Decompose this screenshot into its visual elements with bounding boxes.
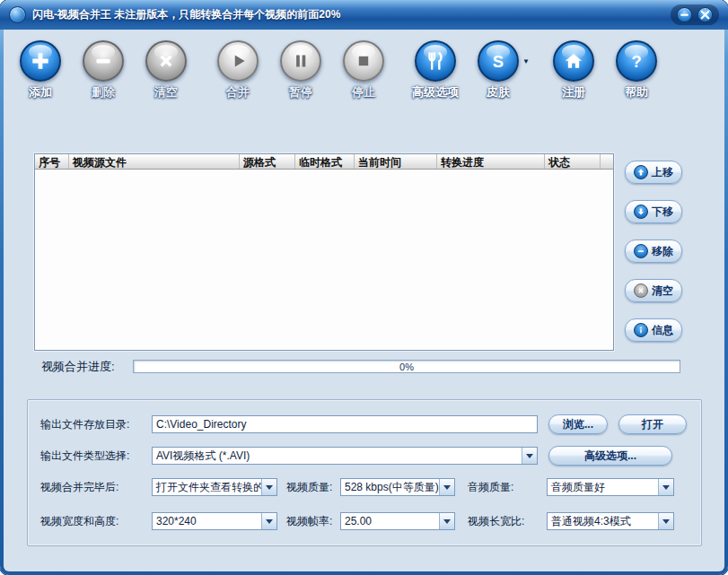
delete-icon — [83, 40, 124, 82]
app-icon — [9, 6, 26, 23]
merge-label: 合并 — [226, 84, 250, 100]
framerate-value: 25.00 — [341, 513, 439, 529]
info-button[interactable]: 信息 — [625, 318, 682, 342]
register-button[interactable]: 注册 — [548, 40, 600, 100]
window-title: 闪电-视频合并王 未注册版本，只能转换合并每个视频的前面20% — [32, 7, 340, 22]
add-icon — [20, 40, 61, 82]
x-icon — [634, 283, 648, 298]
clear-list-button[interactable]: 清空 — [625, 279, 682, 302]
help-button[interactable]: ? 帮助 — [610, 40, 662, 100]
col-header-index[interactable]: 序号 — [35, 154, 69, 169]
info-icon — [634, 323, 648, 337]
after-merge-dropdown[interactable]: 打开文件夹查看转换的 — [152, 478, 277, 496]
dimensions-dropdown-button[interactable] — [261, 513, 276, 529]
browse-label: 浏览... — [563, 417, 593, 432]
skin-dropdown-arrow-icon[interactable]: ▼ — [522, 57, 530, 65]
audio-quality-label: 音频质量: — [468, 477, 513, 497]
pause-label: 暂停 — [289, 84, 312, 100]
aspect-ratio-dropdown-button[interactable] — [658, 513, 673, 529]
output-type-dropdown-button[interactable] — [522, 448, 537, 464]
titlebar[interactable]: 闪电-视频合并王 未注册版本，只能转换合并每个视频的前面20% — [0, 0, 728, 30]
merge-progress-label: 视频合并进度: — [41, 359, 115, 375]
app-window: 闪电-视频合并王 未注册版本，只能转换合并每个视频的前面20% 添加 — [0, 0, 728, 575]
client-area: 添加 删除 清空 合并 — [4, 30, 724, 571]
merge-button[interactable]: 合并 — [212, 40, 264, 100]
audio-quality-dropdown[interactable]: 音频质量好 — [547, 478, 674, 496]
pause-button[interactable]: 暂停 — [275, 40, 327, 100]
framerate-dropdown[interactable]: 25.00 — [340, 512, 455, 530]
remove-label: 移除 — [652, 244, 673, 259]
video-quality-label: 视频质量: — [286, 477, 332, 497]
chevron-down-icon — [662, 519, 670, 524]
skin-button[interactable]: S ▼ 皮肤 — [472, 40, 524, 100]
video-quality-dropdown[interactable]: 528 kbps(中等质量) — [340, 478, 455, 496]
skin-icon: S — [478, 40, 519, 82]
merge-progress-value: 0% — [399, 362, 414, 372]
aspect-ratio-dropdown[interactable]: 普通视频4:3模式 — [547, 512, 674, 530]
svg-text:S: S — [493, 52, 504, 71]
close-button[interactable] — [697, 7, 713, 22]
output-type-dropdown[interactable]: AVI视频格式 (*.AVI) — [152, 447, 538, 465]
question-icon: ? — [616, 40, 657, 82]
col-header-status[interactable]: 状态 — [545, 154, 601, 169]
merge-progress-bar: 0% — [133, 360, 680, 373]
clear-icon — [145, 40, 187, 82]
col-header-source[interactable]: 视频源文件 — [69, 154, 240, 169]
dimensions-dropdown[interactable]: 320*240 — [152, 512, 277, 530]
col-header-format[interactable]: 源格式 — [240, 154, 295, 169]
delete-button[interactable]: 删除 — [77, 40, 129, 100]
move-down-label: 下移 — [652, 205, 673, 220]
advanced-settings-button[interactable]: 高级选项... — [548, 446, 672, 466]
move-up-label: 上移 — [652, 165, 673, 180]
after-merge-value: 打开文件夹查看转换的 — [153, 479, 261, 495]
video-quality-dropdown-button[interactable] — [439, 479, 454, 495]
after-merge-dropdown-button[interactable] — [261, 479, 276, 495]
stop-button[interactable]: 停止 — [338, 40, 390, 100]
info-label: 信息 — [652, 323, 673, 338]
advanced-options-button[interactable]: 高级选项 — [409, 40, 461, 100]
side-button-column: 上移 下移 移除 清空 — [625, 161, 682, 342]
col-header-temp[interactable]: 临时格式 — [295, 154, 355, 169]
audio-quality-value: 音频质量好 — [548, 479, 658, 495]
framerate-label: 视频帧率: — [286, 511, 332, 531]
col-header-filler — [601, 154, 613, 169]
col-header-time[interactable]: 当前时间 — [355, 154, 437, 169]
up-arrow-icon — [634, 165, 648, 179]
play-icon — [217, 40, 259, 82]
open-label: 打开 — [642, 417, 663, 432]
open-button[interactable]: 打开 — [618, 414, 687, 434]
file-list-header: 序号 视频源文件 源格式 临时格式 当前时间 转换进度 状态 — [35, 154, 613, 170]
chevron-down-icon — [266, 485, 273, 490]
stop-icon — [343, 40, 384, 82]
video-quality-value: 528 kbps(中等质量) — [341, 479, 439, 495]
framerate-dropdown-button[interactable] — [439, 513, 454, 529]
advanced-settings-label: 高级选项... — [584, 449, 636, 464]
down-arrow-icon — [634, 205, 648, 219]
audio-quality-dropdown-button[interactable] — [658, 479, 673, 495]
browse-button[interactable]: 浏览... — [548, 414, 608, 434]
output-directory-input[interactable] — [152, 415, 538, 433]
aspect-ratio-value: 普通视频4:3模式 — [548, 513, 658, 529]
minimize-button[interactable] — [677, 7, 692, 22]
add-button[interactable]: 添加 — [14, 40, 66, 100]
clear-label: 清空 — [154, 84, 178, 100]
output-type-label: 输出文件类型选择: — [40, 446, 129, 466]
chevron-down-icon — [266, 519, 273, 524]
help-label: 帮助 — [625, 84, 648, 100]
chevron-down-icon — [443, 519, 451, 524]
pause-icon — [280, 40, 321, 82]
move-up-button[interactable]: 上移 — [625, 161, 682, 184]
move-down-button[interactable]: 下移 — [625, 200, 682, 223]
file-list-body[interactable] — [35, 170, 613, 350]
clear-button[interactable]: 清空 — [140, 40, 192, 100]
add-label: 添加 — [29, 84, 52, 100]
output-type-value: AVI视频格式 (*.AVI) — [153, 448, 522, 464]
advanced-options-label: 高级选项 — [412, 84, 459, 100]
stop-label: 停止 — [352, 84, 375, 100]
toolbar: 添加 删除 清空 合并 — [14, 40, 673, 100]
remove-button[interactable]: 移除 — [625, 240, 682, 263]
file-list-table: 序号 视频源文件 源格式 临时格式 当前时间 转换进度 状态 — [34, 153, 614, 351]
col-header-progress[interactable]: 转换进度 — [437, 154, 545, 169]
chevron-down-icon — [526, 454, 533, 458]
skin-label: 皮肤 — [487, 84, 510, 100]
